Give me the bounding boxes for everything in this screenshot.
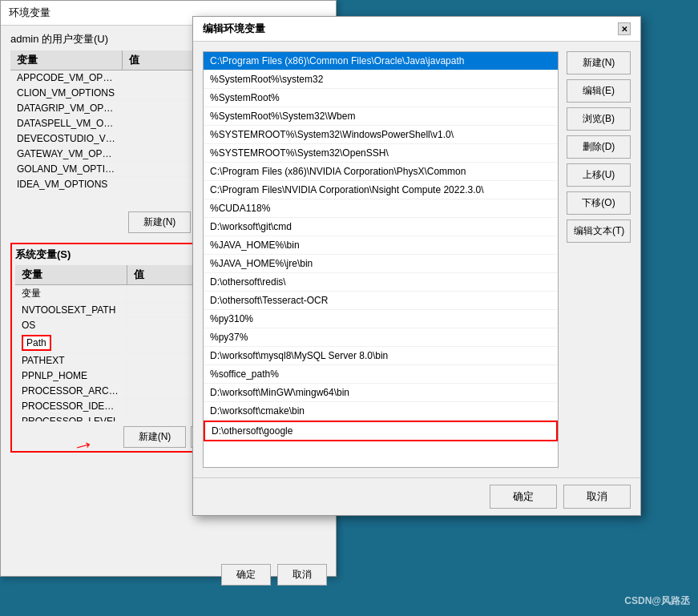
var-name: Path [15, 333, 127, 352]
var-name: NVTOOLSEXT_PATH [15, 303, 127, 317]
list-item[interactable]: C:\Program Files (x86)\NVIDIA Corporatio… [204, 163, 558, 181]
dialog-content: C:\Program Files (x86)\Common Files\Orac… [193, 42, 640, 477]
user-new-btn[interactable]: 新建(N) [128, 211, 192, 233]
dialog-confirm-btn[interactable]: 确定 [490, 485, 557, 509]
var-name: DATASPELL_VM_OPTIONS [10, 116, 123, 131]
list-item[interactable]: %SYSTEMROOT%\System32\OpenSSH\ [204, 144, 558, 163]
list-item[interactable]: D:\worksoft\MinGW\mingw64\bin [204, 384, 558, 402]
path-list[interactable]: C:\Program Files (x86)\Common Files\Orac… [203, 51, 559, 468]
dialog-cancel-btn[interactable]: 取消 [563, 485, 631, 509]
col-header-var: 变量 [10, 50, 123, 70]
var-name: APPCODE_VM_OPTIONS [10, 70, 123, 85]
env-confirm-btn[interactable]: 确定 [221, 564, 271, 586]
dialog-bottom-buttons: 确定 取消 [193, 477, 640, 515]
var-name: IDEA_VM_OPTIONS [10, 177, 123, 191]
new-path-btn[interactable]: 新建(N) [567, 51, 631, 74]
dialog-close-btn[interactable]: ✕ [618, 22, 631, 35]
dialog-title: 编辑环境变量 [203, 22, 265, 36]
list-item[interactable]: %py37% [204, 328, 558, 347]
list-item[interactable]: %SystemRoot% [204, 89, 558, 107]
var-name: DATAGRIP_VM_OPTIONS [10, 101, 123, 115]
var-name: GOLAND_VM_OPTIONS [10, 162, 123, 176]
list-item[interactable]: %JAVA_HOME%\bin [204, 236, 558, 255]
list-item[interactable]: D:\othersoft\google [204, 421, 558, 441]
list-item[interactable]: C:\Program Files\NVIDIA Corporation\Nsig… [204, 181, 558, 199]
list-item[interactable]: %SystemRoot%\system32 [204, 70, 558, 89]
env-bottom-buttons: 确定 取消 [0, 558, 337, 592]
list-item[interactable]: C:\Program Files (x86)\Common Files\Orac… [204, 52, 558, 70]
var-name: CLION_VM_OPTIONS [10, 86, 123, 100]
list-item[interactable]: D:\othersoft\redis\ [204, 273, 558, 292]
list-item[interactable]: D:\worksoft\git\cmd [204, 218, 558, 236]
delete-path-btn[interactable]: 删除(D) [567, 135, 631, 159]
var-name: DEVECOSTUDIO_VM_OPTI... [10, 131, 123, 146]
var-name: GATEWAY_VM_OPTIONS [10, 147, 123, 161]
list-item[interactable]: D:\othersoft\Tesseract-OCR [204, 292, 558, 310]
var-name: 变量 [15, 285, 127, 302]
list-item[interactable]: D:\worksoft\mysql8\MySQL Server 8.0\bin [204, 347, 558, 365]
list-item[interactable]: %py310% [204, 310, 558, 328]
move-up-btn[interactable]: 上移(U) [567, 163, 631, 187]
dialog-side-buttons: 新建(N) 编辑(E) 浏览(B) 删除(D) 上移(U) 下移(O) 编辑文本… [567, 51, 631, 468]
move-down-btn[interactable]: 下移(O) [567, 191, 631, 215]
var-name: PPNLP_HOME [15, 368, 127, 383]
edit-text-btn[interactable]: 编辑文本(T) [567, 219, 631, 243]
env-cancel-btn[interactable]: 取消 [277, 564, 327, 586]
list-item[interactable]: %CUDA118% [204, 199, 558, 218]
list-item[interactable]: %soffice_path% [204, 365, 558, 384]
sys-new-btn[interactable]: 新建(N) [123, 426, 187, 448]
list-item[interactable]: %JAVA_HOME%\jre\bin [204, 255, 558, 273]
edit-env-dialog: 编辑环境变量 ✕ C:\Program Files (x86)\Common F… [192, 16, 641, 516]
var-name: PROCESSOR_LEVEL [15, 414, 127, 421]
var-name: OS [15, 318, 127, 332]
var-name: PROCESSOR_ARCHITECTURE [15, 384, 127, 398]
dialog-title-bar: 编辑环境变量 ✕ [193, 17, 640, 42]
edit-path-btn[interactable]: 编辑(E) [567, 79, 631, 103]
csdn-watermark: CSDN@风路丞 [624, 594, 690, 608]
sys-col-header-var: 变量 [15, 265, 127, 284]
list-item[interactable]: %SystemRoot%\System32\Wbem [204, 107, 558, 126]
var-name: PATHEXT [15, 353, 127, 368]
path-label: Path [22, 335, 51, 351]
list-item[interactable]: %SYSTEMROOT%\System32\WindowsPowerShell\… [204, 126, 558, 144]
var-name: PROCESSOR_IDENTIFIER [15, 399, 127, 413]
browse-path-btn[interactable]: 浏览(B) [567, 107, 631, 131]
list-item[interactable]: D:\worksoft\cmake\bin [204, 402, 558, 421]
